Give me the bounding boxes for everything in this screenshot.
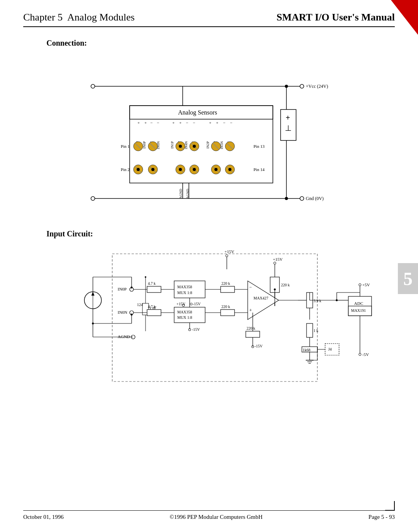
svg-marker-0: [391, 0, 418, 35]
svg-text:MUX 1:8: MUX 1:8: [177, 315, 192, 320]
svg-text:MAX191: MAX191: [351, 308, 366, 313]
svg-text:ADC: ADC: [354, 301, 363, 306]
header-rule: [23, 26, 395, 27]
svg-text:−: −: [186, 120, 188, 125]
svg-point-180: [359, 353, 361, 356]
connection-section: Connection: +Vcc (24V): [23, 39, 395, 218]
page-header: Chapter 5 Analog Modules SMART I/O User'…: [23, 0, 395, 26]
svg-point-4: [300, 84, 304, 88]
svg-text:+15V: +15V: [273, 257, 283, 262]
svg-point-194: [131, 287, 133, 289]
input-circuit-section: Input Circuit: +15V +15V 220 k: [23, 229, 395, 389]
svg-point-7: [91, 197, 95, 200]
svg-point-77: [193, 168, 196, 171]
manual-title: SMART I/O User's Manual: [276, 12, 395, 23]
chapter-name: Analog Modules: [67, 12, 135, 23]
input-circuit-heading: Input Circuit:: [46, 229, 395, 238]
svg-rect-139: [221, 310, 235, 316]
svg-text:Pin 2: Pin 2: [121, 167, 130, 172]
svg-point-201: [145, 276, 146, 278]
svg-text:−: −: [230, 120, 232, 125]
svg-text:-5V: -5V: [362, 352, 369, 357]
svg-point-93: [274, 262, 276, 264]
svg-text:−: −: [157, 120, 159, 125]
svg-text:3.9 k: 3.9 k: [314, 299, 321, 303]
footer-page: Page 5 - 93: [368, 514, 395, 520]
svg-point-59: [193, 145, 196, 148]
svg-text:220 k: 220 k: [221, 281, 230, 286]
svg-text:220 k: 220 k: [281, 283, 290, 287]
connection-diagram: +Vcc (24V) Gnd (0V) + ⊥: [23, 55, 395, 218]
svg-text:+: +: [144, 120, 147, 125]
svg-rect-175: [325, 344, 339, 355]
input-circuit-diagram: +15V +15V 220 k IN0P: [23, 246, 395, 389]
svg-text:J4: J4: [328, 347, 332, 351]
svg-point-58: [179, 145, 182, 148]
svg-text:Pin 14: Pin 14: [254, 167, 265, 172]
svg-rect-101: [147, 286, 161, 293]
svg-text:+5V: +5V: [362, 282, 370, 287]
chapter-label: Chapter 5: [23, 12, 63, 23]
svg-text:Gnd (0V): Gnd (0V): [306, 196, 324, 201]
svg-text:124: 124: [137, 303, 143, 307]
svg-text:+: +: [216, 120, 218, 125]
svg-text:+: +: [172, 120, 175, 125]
svg-text:+15V: +15V: [176, 302, 186, 306]
svg-point-75: [151, 168, 154, 171]
svg-text:AGND: AGND: [118, 334, 130, 339]
page-footer: October 01, 1996 ©1996 PEP Modular Compu…: [23, 510, 395, 520]
svg-text:+: +: [179, 120, 182, 125]
svg-text:−: −: [193, 120, 195, 125]
svg-text:+: +: [137, 120, 140, 125]
svg-text:−: −: [223, 120, 225, 125]
chapter-title: Chapter 5 Analog Modules: [23, 12, 135, 23]
svg-point-76: [179, 168, 182, 171]
svg-text:MAX358: MAX358: [177, 285, 192, 289]
svg-text:+: +: [209, 120, 211, 125]
svg-rect-104: [174, 281, 205, 298]
chapter-number: 5: [403, 268, 413, 289]
svg-rect-146: [246, 331, 260, 337]
svg-text:Pin 13: Pin 13: [254, 144, 265, 149]
svg-text:IN0P: IN0P: [118, 287, 127, 291]
svg-text:IN1P: IN1P: [170, 141, 174, 149]
svg-point-10: [300, 197, 304, 200]
svg-text:IN0P: IN0P: [142, 141, 146, 149]
svg-point-90: [226, 255, 228, 257]
bottom-right-corner-mark: [385, 501, 395, 511]
svg-text:MAX358: MAX358: [177, 310, 192, 314]
svg-text:1k68: 1k68: [303, 348, 310, 352]
svg-rect-166: [307, 323, 313, 337]
svg-point-78: [214, 168, 218, 171]
svg-text:⊙-15V: ⊙-15V: [190, 302, 201, 306]
svg-point-79: [228, 168, 231, 171]
svg-point-128: [274, 289, 276, 291]
footer-date: October 01, 1996: [23, 514, 64, 520]
svg-text:-15V: -15V: [192, 327, 200, 332]
svg-text:+15V: +15V: [224, 249, 234, 254]
svg-text:+: +: [286, 113, 290, 122]
svg-text:MUX 1:8: MUX 1:8: [177, 291, 192, 295]
svg-point-74: [137, 168, 140, 171]
svg-rect-108: [221, 286, 235, 293]
svg-text:-15V: -15V: [255, 344, 263, 348]
svg-text:4.7 k: 4.7 k: [148, 304, 156, 309]
svg-text:⊥: ⊥: [285, 124, 291, 132]
svg-text:AGND: AGND: [179, 189, 183, 199]
connection-heading: Connection:: [46, 39, 395, 48]
svg-text:+: +: [249, 308, 252, 313]
svg-text:220 k: 220 k: [247, 326, 255, 330]
svg-text:+Vcc (24V): +Vcc (24V): [306, 84, 328, 89]
svg-text:MAX427: MAX427: [254, 296, 268, 300]
svg-point-198: [131, 314, 133, 316]
svg-text:Analog Sensors: Analog Sensors: [178, 109, 217, 116]
svg-text:IN0N: IN0N: [118, 310, 127, 315]
svg-rect-135: [174, 307, 205, 323]
svg-text:4.7 k: 4.7 k: [148, 281, 156, 286]
svg-text:Pin 1: Pin 1: [121, 144, 130, 149]
svg-text:−: −: [150, 120, 152, 125]
footer-rule: [23, 510, 395, 511]
svg-point-154: [359, 284, 361, 286]
svg-rect-132: [147, 310, 161, 316]
main-content: Connection: +Vcc (24V): [23, 39, 395, 389]
